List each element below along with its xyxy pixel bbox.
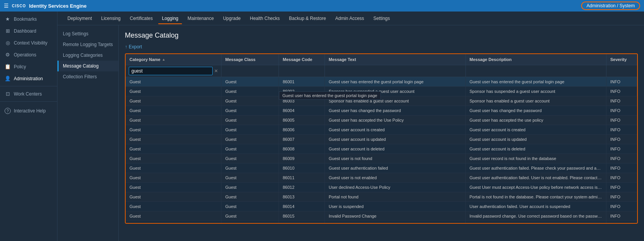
td-message-code: 86008 <box>279 144 325 154</box>
td-severity: INFO <box>606 125 637 134</box>
table-row[interactable]: GuestGuest86015Invalid Password ChangeIn… <box>126 211 637 221</box>
bookmarks-icon: ★ <box>5 16 11 22</box>
td-message-class: Guest <box>221 202 279 211</box>
help-icon: ? <box>5 108 11 114</box>
td-category-name: Guest <box>126 183 221 192</box>
td-message-code: 86005 <box>279 116 325 125</box>
tab-upgrade[interactable]: Upgrade <box>219 13 244 24</box>
th-message-class[interactable]: Message Class <box>221 54 279 65</box>
td-message-text: Sponsor has enabled a guest user account <box>325 96 466 106</box>
th-message-description[interactable]: Message Description <box>466 54 607 65</box>
td-category-name: Guest <box>126 211 221 221</box>
td-message-text: Guest user account is deleted <box>325 144 466 154</box>
td-severity: INFO <box>606 135 637 144</box>
filter-cell-description <box>466 65 607 77</box>
dashboard-icon: ⊞ <box>5 28 11 34</box>
table-row[interactable]: GuestGuest86010Guest user authentication… <box>126 163 637 173</box>
td-category-name: Guest <box>126 77 221 86</box>
clear-filter-icon[interactable]: ✕ <box>214 68 218 74</box>
th-message-text[interactable]: Message Text <box>325 54 466 65</box>
export-button[interactable]: ↑ Export <box>125 44 142 50</box>
work-centers-icon: ⊡ <box>5 91 11 97</box>
tab-backup-restore[interactable]: Backup & Restore <box>285 13 330 24</box>
td-severity: INFO <box>606 77 637 86</box>
tab-licensing[interactable]: Licensing <box>97 13 125 24</box>
table-row[interactable]: GuestGuest86008Guest user account is del… <box>126 144 637 154</box>
sidebar-item-label: Work Centers <box>14 91 42 97</box>
sidebar-item-operations[interactable]: ⚙ Operations <box>0 49 57 61</box>
td-category-name: Guest <box>126 202 221 211</box>
sidebar: ★ Bookmarks ⊞ Dashboard ◎ Context Visibi… <box>0 12 57 241</box>
table-row[interactable]: GuestGuest86005Guest user has accepted t… <box>126 116 637 125</box>
sidebar-item-policy[interactable]: 📋 Policy <box>0 61 57 73</box>
sub-nav-collection-filters[interactable]: Collection Filters <box>57 71 118 82</box>
table-row[interactable]: GuestGuest86012User declined Access-Use … <box>126 183 637 192</box>
td-message-code: 86015 <box>279 211 325 221</box>
tab-maintenance[interactable]: Maintenance <box>184 13 218 24</box>
td-message-code: 86016 <box>279 221 325 223</box>
sub-nav-message-catalog[interactable]: Message Catalog <box>57 61 118 71</box>
table-header: Category Name ▲ Message Class Message Co… <box>126 54 637 65</box>
table-row[interactable]: GuestGuest86004Guest user has changed th… <box>126 106 637 116</box>
app-header: ☰ CISCO Identity Services Engine Adminis… <box>0 0 644 12</box>
sidebar-item-dashboard[interactable]: ⊞ Dashboard <box>0 25 57 37</box>
td-message-class: Guest <box>221 96 279 106</box>
sub-nav-log-settings[interactable]: Log Settings <box>57 28 118 39</box>
td-severity: INFO <box>606 87 637 96</box>
filter-row: ✕ <box>126 65 637 77</box>
td-message-description: Sponsor has enabled a guest user account <box>466 96 607 106</box>
table-row[interactable]: GuestGuest86006Guest user account is cre… <box>126 125 637 135</box>
td-category-name: Guest <box>126 173 221 182</box>
th-category-name[interactable]: Category Name ▲ <box>126 54 221 65</box>
table-row[interactable]: GuestGuest86002Sponsor has suspended a g… <box>126 87 637 96</box>
td-message-class: Guest <box>221 221 279 223</box>
administration-icon: 👤 <box>5 76 11 81</box>
table-row[interactable]: GuestGuest86014User is suspendedUser aut… <box>126 202 637 211</box>
table-row[interactable]: GuestGuest86009Guest user is not foundGu… <box>126 154 637 163</box>
tab-deployment[interactable]: Deployment <box>64 13 96 24</box>
table-row[interactable]: GuestGuest86001Guest user has entered th… <box>126 77 637 87</box>
sidebar-item-context-visibility[interactable]: ◎ Context Visibility <box>0 37 57 49</box>
sidebar-item-administration[interactable]: 👤 Administration <box>0 73 57 84</box>
td-message-text: Invalid Password Change <box>325 211 466 221</box>
th-message-code[interactable]: Message Code <box>279 54 325 65</box>
tab-admin-access[interactable]: Admin Access <box>331 13 368 24</box>
td-message-class: Guest <box>221 87 279 96</box>
export-icon: ↑ <box>125 44 127 50</box>
sub-nav-logging-categories[interactable]: Logging Categories <box>57 50 118 61</box>
sidebar-item-interactive-help[interactable]: ? Interactive Help <box>0 105 57 117</box>
content-area: Log Settings Remote Logging Targets Logg… <box>57 25 644 241</box>
td-message-description: Guest user has changed the password <box>466 106 607 115</box>
td-message-text: User declined Access-Use Policy <box>325 183 466 192</box>
table-row[interactable]: GuestGuest86003Sponsor has enabled a gue… <box>126 96 637 106</box>
th-severity[interactable]: Severity <box>606 54 637 65</box>
admin-system-button[interactable]: Administration / System <box>581 2 640 10</box>
sidebar-item-bookmarks[interactable]: ★ Bookmarks <box>0 13 57 25</box>
hamburger-menu[interactable]: ☰ <box>4 3 9 9</box>
table-row[interactable]: GuestGuest86007Guest user account is upd… <box>126 135 637 144</box>
td-message-code: 86012 <box>279 183 325 192</box>
tab-certificates[interactable]: Certificates <box>126 13 157 24</box>
table-row[interactable]: GuestGuest86011Guest user is not enabled… <box>126 173 637 183</box>
td-message-description: Timeout from server has exceeded the thr… <box>466 221 607 223</box>
td-severity: INFO <box>606 221 637 223</box>
td-message-description: Guest user account is deleted <box>466 144 607 154</box>
td-message-code: 86001 <box>279 77 325 86</box>
td-message-class: Guest <box>221 135 279 144</box>
td-message-class: Guest <box>221 192 279 201</box>
td-message-class: Guest <box>221 144 279 154</box>
td-message-code: 86003 <box>279 96 325 106</box>
message-catalog-table: Category Name ▲ Message Class Message Co… <box>125 53 638 224</box>
td-message-text: Guest user has entered the guest portal … <box>325 77 466 86</box>
td-message-text: Guest user is not found <box>325 154 466 163</box>
tab-health-checks[interactable]: Health Checks <box>246 13 283 24</box>
sub-nav-remote-logging[interactable]: Remote Logging Targets <box>57 39 118 50</box>
td-message-class: Guest <box>221 154 279 163</box>
sidebar-item-work-centers[interactable]: ⊡ Work Centers <box>0 88 57 100</box>
table-row[interactable]: GuestGuest86016Guest Timeout ExceededTim… <box>126 221 637 223</box>
tab-logging[interactable]: Logging <box>158 13 182 24</box>
tab-settings[interactable]: Settings <box>369 13 393 24</box>
sub-sidebar: Log Settings Remote Logging Targets Logg… <box>57 25 119 241</box>
table-row[interactable]: GuestGuest86013Portal not foundPortal is… <box>126 192 637 202</box>
category-filter-input[interactable] <box>129 67 213 75</box>
